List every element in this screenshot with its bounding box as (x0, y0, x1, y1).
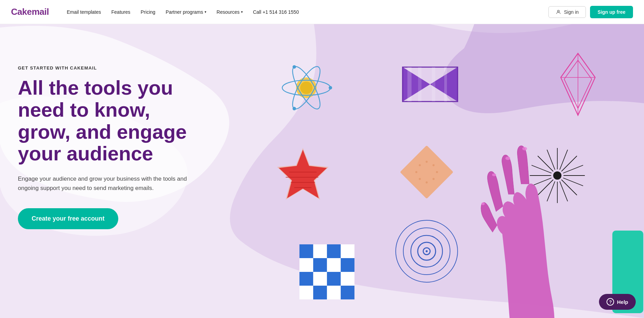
nav-features[interactable]: Features (107, 7, 134, 17)
nav-pricing[interactable]: Pricing (137, 7, 160, 17)
hero-content: GET STARTED WITH CAKEMAIL All the tools … (0, 24, 203, 250)
nav-partner-programs[interactable]: Partner programs ▾ (162, 7, 210, 17)
hero-section: GET STARTED WITH CAKEMAIL All the tools … (0, 0, 644, 318)
signup-button[interactable]: Sign up free (590, 6, 633, 18)
hero-title: All the tools you need to know, grow, an… (18, 77, 203, 165)
hero-eyebrow: GET STARTED WITH CAKEMAIL (18, 65, 203, 71)
hero-subtitle: Engage your audience and grow your busin… (18, 174, 190, 193)
resources-dropdown-icon: ▾ (241, 10, 243, 14)
nav-links: Email templates Features Pricing Partner… (63, 7, 548, 17)
cta-button[interactable]: Create your free account (18, 208, 118, 229)
user-icon (556, 9, 561, 15)
brand-logo[interactable]: Cakemail (11, 7, 49, 17)
nav-actions: Sign in Sign up free (548, 6, 633, 18)
nav-phone: Call +1 514 316 1550 (253, 9, 299, 15)
help-button[interactable]: ? Help (599, 294, 636, 310)
partner-dropdown-icon: ▾ (205, 10, 206, 14)
svg-point-0 (558, 10, 559, 12)
nav-resources[interactable]: Resources ▾ (212, 7, 247, 17)
signin-button[interactable]: Sign in (548, 6, 586, 18)
help-icon: ? (607, 298, 614, 306)
navbar: Cakemail Email templates Features Pricin… (0, 0, 644, 24)
nav-email-templates[interactable]: Email templates (63, 7, 105, 17)
